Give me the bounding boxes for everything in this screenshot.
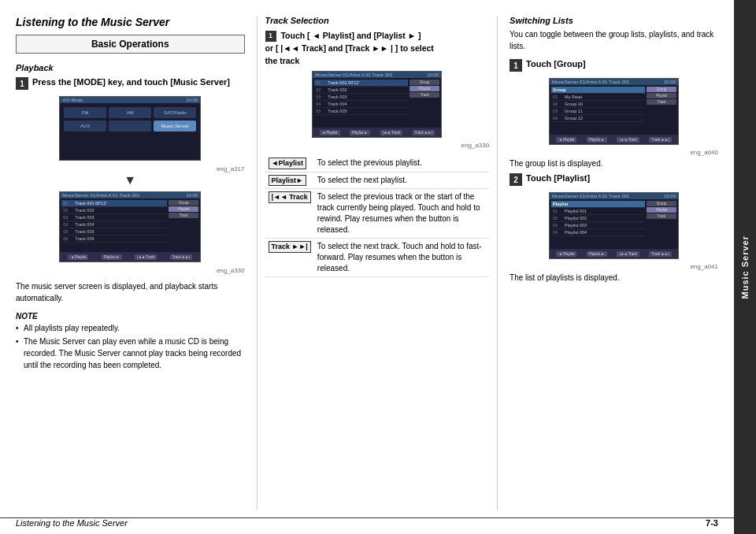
arrow-down-1: ▼ (16, 174, 245, 187)
playlist-screen-body: Playlist 01Playlist 001 02Playlist 002 0… (550, 199, 678, 238)
mid-track-2: 02Track 002 (314, 87, 408, 94)
mid-track-3: 03Track 003 (314, 94, 408, 101)
right-panel: Group Playlist Track (169, 200, 198, 243)
group-btn-pl[interactable]: Playlist (647, 93, 676, 98)
mid-track-5: 05Track 005 (314, 108, 408, 115)
step1-text: Press the [MODE] key, and touch [Music S… (32, 76, 230, 88)
av-item-am: AM (109, 107, 151, 118)
group-nav-4[interactable]: Track ►►| (649, 137, 671, 143)
step1-block: 1 Press the [MODE] key, and touch [Music… (16, 76, 245, 90)
table-row-4: Track ►►| To select the next track. Touc… (265, 239, 490, 277)
track-6: 06Track 006 (61, 235, 167, 243)
note-block: NOTE All playlists play repeatedly. The … (16, 310, 245, 371)
basic-operations-box: Basic Operations (16, 35, 245, 54)
group-btn-tr[interactable]: Track (647, 99, 676, 105)
mid-playlist-btn[interactable]: Playlist (410, 86, 439, 91)
footer-page: 7-3 (706, 518, 718, 528)
av-item-empty (109, 121, 151, 132)
mid-screen-header: MusicServer 01/Artist A 01 Track 001 10:… (313, 72, 441, 78)
playback-label: Playback (16, 63, 245, 72)
note-item-1: All playlists play repeatedly. (16, 322, 245, 334)
playlist-btn-pl[interactable]: Playlist (647, 207, 676, 213)
group-item-4: 04Group 12 (551, 115, 645, 122)
table-row-2: Playlist► To select the next playlist. (265, 172, 490, 189)
av-item-music-server[interactable]: Music Server (154, 121, 196, 132)
mid-track-btn[interactable]: Track (410, 92, 439, 98)
track-btn[interactable]: Track (169, 213, 198, 218)
av-item-aux: AUX (64, 121, 106, 132)
switching-desc: You can toggle between the group lists, … (510, 28, 718, 52)
mid-nav-prev-playlist[interactable]: ◄ Playlist (320, 130, 340, 135)
col-right: Switching Lists You can toggle between t… (497, 16, 718, 510)
group-item-3: 03Group 11 (551, 108, 645, 115)
playlist-btn-tr[interactable]: Track (647, 213, 676, 219)
playlist-screen-caption: eng_a041 (510, 263, 718, 270)
mid-nav-next-track[interactable]: Track ►►| (413, 130, 435, 135)
mid-nav-prev-track[interactable]: |◄◄ Track (380, 130, 402, 135)
mid-step1: 1 Touch [ ◄ Playlist] and [Playlist ► ]o… (265, 30, 490, 67)
av-header-left: A/V Mode (62, 98, 83, 102)
screen2-caption: eng_a330 (16, 267, 245, 274)
group-nav-2[interactable]: Playlist ► (587, 137, 607, 143)
group-list: Group 01My Read 02Group 10 03Group 11 04… (551, 87, 645, 122)
group-item-2: 02Group 10 (551, 101, 645, 108)
right-step2-text: Touch [Playlist] (526, 172, 590, 184)
playlist-btn-grp[interactable]: Group (647, 201, 676, 206)
playlist-btn[interactable]: Playlist (169, 206, 198, 212)
mid-screen: MusicServer 01/Artist A 01 Track 001 10:… (312, 71, 442, 138)
footer-title: Listening to the Music Server (16, 518, 128, 528)
playlist-nav-4[interactable]: Track ►►| (649, 251, 671, 257)
playlist-nav-3[interactable]: |◄◄ Track (617, 251, 639, 257)
playlist-bottom-bar: ◄ Playlist Playlist ► |◄◄ Track Track ►►… (550, 249, 678, 258)
right-step2-block: 2 Touch [Playlist] (510, 172, 718, 186)
group-list-text: The group list is displayed. (510, 159, 718, 168)
switching-title: Switching Lists (510, 16, 718, 25)
note-item-2: The Music Server can play even while a m… (16, 336, 245, 371)
playlist-screen-time: 10:00 (664, 194, 676, 198)
group-btn[interactable]: Group (169, 200, 198, 206)
mid-nav-next-playlist[interactable]: Playlist ► (350, 130, 370, 135)
playlist-nav-1[interactable]: ◄ Playlist (556, 251, 576, 257)
group-right-panel: Group Playlist Track (647, 87, 676, 122)
av-item-sat: SAT/Radio (154, 107, 196, 118)
desc-next-playlist: To select the next playlist. (314, 172, 489, 189)
right-step1-text: Touch [Group] (526, 58, 586, 70)
step1-num: 1 (16, 77, 28, 90)
desc-next-track: To select the next track. Touch and hold… (314, 239, 489, 277)
av-screen: A/V Mode 10:00 FM AM SAT/Radio AUX Music… (59, 96, 201, 161)
av-grid: FM AM SAT/Radio AUX Music Server (60, 103, 200, 135)
table-row-3: |◄◄ Track To select the previous track o… (265, 189, 490, 239)
mid-track-4: 04Track 004 (314, 101, 408, 108)
playlist-item-4: 04Playlist 004 (551, 229, 645, 236)
group-screen-title: MusicServer 01/Artist A 01 Track 001 (552, 80, 629, 84)
main-screen-body: 01Track 001 00'11" 02Track 002 03Track 0… (60, 198, 200, 244)
track-sel-title: Track Selection (265, 16, 490, 25)
col-left: Listening to the Music Server Basic Oper… (16, 16, 257, 510)
mid-screen-time: 10:00 (427, 72, 439, 77)
mid-group-btn[interactable]: Group (410, 80, 439, 85)
table-row-1: ◄Playlist To select the previous playlis… (265, 155, 490, 172)
group-nav-3[interactable]: |◄◄ Track (617, 137, 639, 143)
nav-next-track[interactable]: Track ►►| (170, 254, 192, 260)
group-screen-body: Group 01My Read 02Group 10 03Group 11 04… (550, 85, 678, 124)
nav-prev-playlist[interactable]: ◄ Playlist (68, 254, 88, 260)
main-screen: MusicServer 01/Artist A 01 Track 001 10:… (59, 191, 201, 262)
playlist-item-3: 03Playlist 003 (551, 222, 645, 229)
playlist-nav-2[interactable]: Playlist ► (587, 251, 607, 257)
playlist-right-panel: Group Playlist Track (647, 201, 676, 236)
right-step1-block: 1 Touch [Group] (510, 58, 718, 72)
mid-track-1: 01Track 001 00'11" (314, 80, 408, 87)
mid-step1-num: 1 (265, 31, 276, 42)
nav-next-playlist[interactable]: Playlist ► (102, 254, 122, 260)
group-nav-1[interactable]: ◄ Playlist (556, 137, 576, 143)
desc-prev-track: To select the previous track or the star… (314, 189, 489, 239)
col-mid: Track Selection 1 Touch [ ◄ Playlist] an… (257, 16, 498, 510)
main-content: Listening to the Music Server Basic Oper… (0, 0, 734, 534)
playlist-screen: MusicServer 01/Artist A 01 Track 001 10:… (549, 192, 679, 259)
right-step1-num: 1 (510, 59, 522, 72)
three-columns: Listening to the Music Server Basic Oper… (16, 16, 718, 510)
group-btn-grp[interactable]: Group (647, 87, 676, 92)
av-screen-header: A/V Mode 10:00 (60, 97, 200, 103)
playlist-header-item: Playlist (551, 201, 645, 208)
nav-prev-track[interactable]: |◄◄ Track (135, 254, 157, 260)
